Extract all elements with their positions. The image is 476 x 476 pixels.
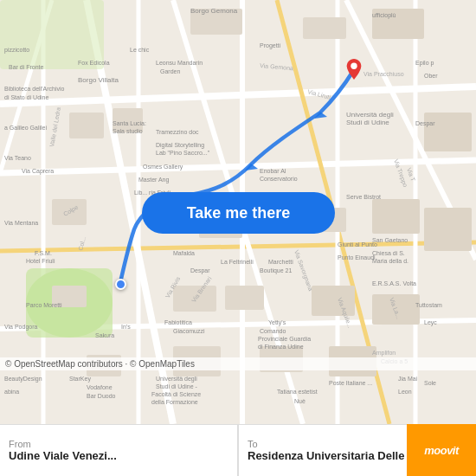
map-container: Borgo Gemona pizzicotto Bar di Fronte Bi… [0,0,476,424]
moovit-logo-text: moovit [424,444,459,457]
svg-text:Leonsu Mandarin: Leonsu Mandarin [156,60,203,66]
svg-text:Progetti: Progetti [260,42,281,49]
svg-text:Nuè: Nuè [294,398,306,404]
svg-text:abina: abina [4,389,19,395]
svg-text:Parco Moretti: Parco Moretti [26,302,62,308]
svg-text:Studi di Udine: Studi di Udine [346,119,389,126]
svg-text:Chiesa di S.: Chiesa di S. [372,250,405,256]
svg-text:Conservatorio: Conservatorio [260,176,298,182]
svg-text:Via Caprera: Via Caprera [22,168,54,175]
svg-text:Mafalda: Mafalda [173,250,195,256]
svg-text:Provinciale Guardia: Provinciale Guardia [258,336,311,342]
svg-text:Despar: Despar [190,267,210,274]
svg-text:Fox Edicola: Fox Edicola [78,60,110,66]
svg-text:Università degli: Università degli [346,111,394,119]
svg-text:Yetty's: Yetty's [268,319,286,326]
svg-text:ufficioplù: ufficioplù [372,12,396,19]
svg-text:Lab "Pino Saccro...": Lab "Pino Saccro..." [156,150,210,156]
svg-text:Biblioteca dell'Archivio: Biblioteca dell'Archivio [4,86,65,92]
svg-rect-19 [303,17,346,39]
svg-text:Amplifon: Amplifon [372,350,396,357]
svg-text:Digital Storytelling: Digital Storytelling [156,142,204,149]
svg-text:Sala studio: Sala studio [113,128,143,134]
svg-text:Bar Duodo: Bar Duodo [87,393,116,399]
svg-text:Comando: Comando [260,328,286,334]
svg-text:Sakura: Sakura [95,332,114,338]
svg-text:Bar di Fronte: Bar di Fronte [9,64,44,70]
svg-text:Punto Einaudi: Punto Einaudi [338,254,376,261]
svg-text:Le chic: Le chic [130,47,150,53]
svg-text:Serve Bistrot: Serve Bistrot [346,194,381,200]
svg-text:San Gaetano: San Gaetano [372,237,408,243]
svg-text:Università degli: Università degli [156,376,197,383]
origin-marker [115,279,126,290]
svg-text:Tatiana estetist: Tatiana estetist [277,389,318,395]
svg-text:Tramezzino doc: Tramezzino doc [156,129,199,135]
svg-text:In's: In's [121,324,131,330]
svg-rect-21 [69,113,104,138]
svg-text:pizzicotto: pizzicotto [4,47,29,54]
svg-text:Tuttostam: Tuttostam [415,302,442,308]
svg-text:della Formazione: della Formazione [151,399,198,405]
svg-text:Facoltà di Scienze: Facoltà di Scienze [151,391,201,397]
svg-text:Maria della d.: Maria della d. [372,258,408,264]
svg-text:Borgo Villalta: Borgo Villalta [78,76,119,84]
svg-text:Ober: Ober [424,73,438,79]
svg-text:Leon: Leon [398,389,412,395]
svg-text:Sole: Sole [424,380,436,386]
moovit-logo: moovit [407,424,476,476]
svg-text:Via Teano: Via Teano [4,155,31,161]
svg-rect-28 [424,113,472,151]
svg-text:Via Pracchiuso: Via Pracchiuso [363,71,404,77]
svg-text:Borgo Gemona: Borgo Gemona [190,7,238,15]
svg-text:Epilo p: Epilo p [415,60,434,67]
svg-text:a Galileo Galilei: a Galileo Galilei [4,125,47,131]
svg-text:Despar: Despar [415,120,435,127]
svg-text:StarKey: StarKey [69,376,91,383]
bottom-bar: From Udine Viale Venezi... To Residenza … [0,424,476,476]
origin-station-box[interactable]: From Udine Viale Venezi... [0,425,238,476]
svg-text:E.R.S.A.S. Volta: E.R.S.A.S. Volta [372,280,416,286]
origin-name: Udine Viale Venezi... [9,449,228,462]
destination-marker [346,59,362,80]
svg-rect-32 [225,286,264,310]
svg-text:di Stato di Udine: di Stato di Udine [4,94,48,100]
svg-text:Poste Italiane ...: Poste Italiane ... [329,380,372,386]
svg-text:Hotel Friuli: Hotel Friuli [26,258,55,264]
attribution: © OpenStreetMap contributors · © OpenMap… [0,357,476,370]
origin-label: From [9,439,228,449]
svg-text:Osmes Gallery: Osmes Gallery [143,164,183,170]
svg-text:Fabiotitica: Fabiotitica [164,319,192,325]
svg-point-128 [351,63,357,69]
svg-text:Studi di Udine -: Studi di Udine - [156,383,198,389]
svg-text:Jia Mai: Jia Mai [398,376,418,382]
svg-text:Vodafone: Vodafone [87,384,113,390]
svg-text:F.S.M.: F.S.M. [35,250,52,256]
svg-text:Enobar Al: Enobar Al [260,168,286,174]
take-me-there-button[interactable]: Take me there [142,192,335,234]
svg-text:Santa Lucia:: Santa Lucia: [113,120,146,126]
svg-rect-27 [372,199,420,234]
svg-text:Via Podgora: Via Podgora [4,324,38,331]
svg-text:Garden: Garden [160,68,180,74]
svg-text:Master Ang: Master Ang [138,177,170,183]
svg-text:BeautyDesign: BeautyDesign [4,376,42,383]
svg-rect-29 [424,208,472,251]
svg-text:Boutique 21: Boutique 21 [260,267,292,274]
svg-text:di Finanza Udine: di Finanza Udine [258,344,304,350]
svg-text:Via Mentana: Via Mentana [4,220,38,226]
svg-rect-17 [0,0,104,69]
svg-text:La Feltrinelli: La Feltrinelli [221,259,254,265]
svg-text:Marchetti: Marchetti [268,259,293,265]
svg-text:Leyc: Leyc [424,319,437,326]
svg-text:Giacomuzzi: Giacomuzzi [173,328,205,334]
